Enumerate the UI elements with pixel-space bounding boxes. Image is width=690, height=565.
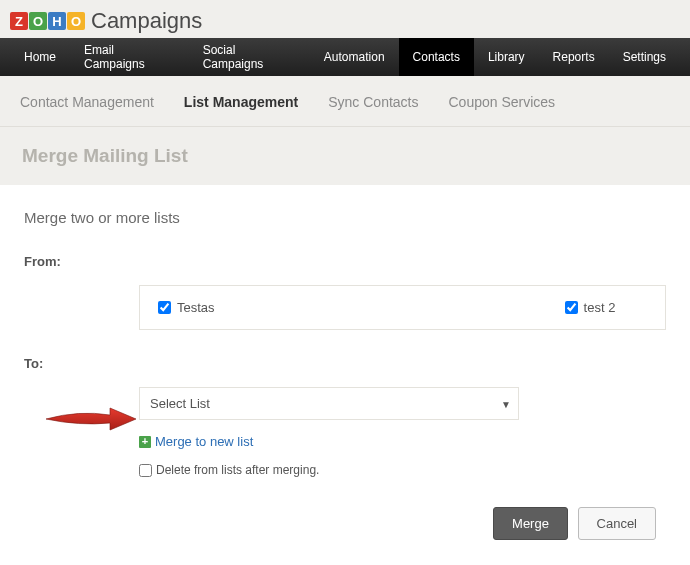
main-nav: Home Email Campaigns Social Campaigns Au… <box>0 38 690 76</box>
nav-contacts[interactable]: Contacts <box>399 38 474 76</box>
merge-button[interactable]: Merge <box>493 507 568 540</box>
to-label: To: <box>24 356 43 371</box>
from-checkbox-0[interactable] <box>158 301 171 314</box>
button-row: Merge Cancel <box>24 507 666 540</box>
merge-to-new-list-link[interactable]: + Merge to new list <box>139 434 666 449</box>
delete-after-checkbox[interactable] <box>139 464 152 477</box>
brand-name: Campaigns <box>91 8 202 34</box>
to-select[interactable]: Select List <box>139 387 519 420</box>
subnav-sync-contacts[interactable]: Sync Contacts <box>328 94 418 110</box>
nav-automation[interactable]: Automation <box>310 38 399 76</box>
merge-new-list-text: Merge to new list <box>155 434 253 449</box>
from-list-box: Testas test 2 <box>139 285 666 330</box>
nav-home[interactable]: Home <box>10 38 70 76</box>
nav-settings[interactable]: Settings <box>609 38 680 76</box>
from-option-0[interactable]: Testas <box>158 300 215 315</box>
page-title: Merge Mailing List <box>22 145 668 167</box>
zoho-logo: ZOHO <box>10 12 85 30</box>
delete-after-label: Delete from lists after merging. <box>156 463 319 477</box>
subtitle: Merge two or more lists <box>24 209 666 226</box>
content-panel: Merge two or more lists From: Testas tes… <box>0 185 690 565</box>
subnav-coupon-services[interactable]: Coupon Services <box>448 94 555 110</box>
from-option-label-0: Testas <box>177 300 215 315</box>
nav-reports[interactable]: Reports <box>539 38 609 76</box>
from-checkbox-1[interactable] <box>565 301 578 314</box>
from-label: From: <box>24 254 61 269</box>
subnav-list-management[interactable]: List Management <box>184 94 298 110</box>
plus-icon: + <box>139 436 151 448</box>
cancel-button[interactable]: Cancel <box>578 507 656 540</box>
header: ZOHO Campaigns <box>0 0 690 38</box>
delete-after-row[interactable]: Delete from lists after merging. <box>139 463 666 477</box>
nav-social-campaigns[interactable]: Social Campaigns <box>189 38 310 76</box>
from-option-label-1: test 2 <box>584 300 616 315</box>
subnav-contact-management[interactable]: Contact Management <box>20 94 154 110</box>
title-bar: Merge Mailing List <box>0 127 690 185</box>
nav-email-campaigns[interactable]: Email Campaigns <box>70 38 189 76</box>
from-option-1[interactable]: test 2 <box>565 300 616 315</box>
sub-nav: Contact Management List Management Sync … <box>0 76 690 127</box>
nav-library[interactable]: Library <box>474 38 539 76</box>
